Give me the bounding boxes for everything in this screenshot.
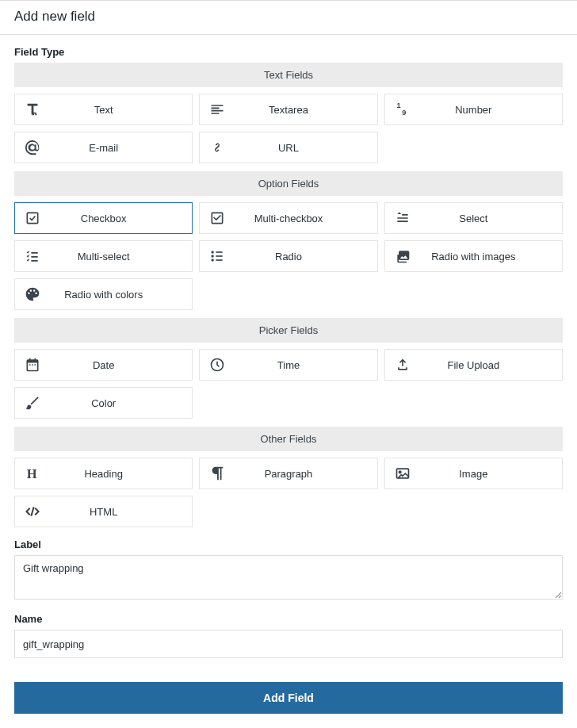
field-label: E-mail — [50, 142, 192, 154]
field-label: Heading — [50, 468, 192, 480]
svg-text:H: H — [27, 466, 37, 481]
font-icon — [15, 101, 50, 118]
add-field-button[interactable]: Add Field — [14, 682, 563, 714]
heading-icon: H — [15, 465, 50, 482]
field-type-textarea[interactable]: Textarea — [199, 94, 377, 125]
group-header-text: Text Fields — [14, 63, 563, 87]
svg-text:1: 1 — [396, 102, 400, 109]
field-label: Number — [420, 104, 562, 116]
field-label: Image — [420, 468, 562, 480]
field-label: File Upload — [420, 359, 562, 371]
field-label: Multi-select — [50, 251, 192, 262]
field-label: HTML — [50, 506, 192, 518]
image-icon — [385, 466, 420, 481]
field-type-color[interactable]: Color — [14, 387, 193, 419]
field-label: Date — [50, 359, 192, 371]
field-label: Checkbox — [50, 213, 192, 224]
svg-text:9: 9 — [402, 109, 406, 117]
label-input[interactable] — [14, 555, 563, 600]
upload-icon — [385, 357, 420, 373]
field-type-select[interactable]: Select — [384, 202, 563, 234]
svg-rect-2 — [27, 213, 37, 223]
field-type-date[interactable]: Date — [14, 349, 193, 381]
field-label: Multi-checkbox — [235, 213, 376, 224]
label-field-label: Label — [14, 538, 563, 550]
field-label: Paragraph — [235, 468, 376, 480]
multi-checkbox-icon — [200, 210, 235, 226]
link-icon — [200, 140, 235, 155]
group-other-grid: H Heading Paragraph Image HTML — [14, 458, 563, 527]
field-type-url[interactable]: URL — [199, 132, 377, 163]
field-label: Select — [420, 213, 562, 224]
field-type-radio-colors[interactable]: Radio with colors — [14, 278, 193, 310]
group-text-grid: Text Textarea 19 Number E-mail URL — [14, 94, 563, 163]
field-type-email[interactable]: E-mail — [14, 132, 193, 163]
field-label: Time — [235, 359, 376, 371]
field-type-radio[interactable]: Radio — [199, 240, 377, 272]
field-type-paragraph[interactable]: Paragraph — [199, 458, 377, 489]
name-input[interactable] — [14, 630, 563, 658]
one-nine-icon: 19 — [385, 102, 420, 117]
multi-select-icon — [15, 248, 50, 264]
images-icon — [385, 248, 420, 264]
field-type-html[interactable]: HTML — [14, 496, 193, 527]
palette-icon — [15, 286, 50, 302]
name-field-label: Name — [14, 613, 563, 625]
svg-point-5 — [212, 259, 214, 261]
field-label: Text — [50, 104, 192, 116]
brush-icon — [15, 395, 50, 411]
group-picker-grid: Date Time File Upload Color — [14, 349, 563, 419]
svg-point-4 — [212, 255, 214, 257]
group-header-picker: Picker Fields — [14, 318, 563, 343]
field-label: Radio with colors — [50, 289, 192, 301]
group-header-other: Other Fields — [14, 427, 563, 451]
field-type-multi-select[interactable]: Multi-select — [14, 240, 193, 272]
field-label: Textarea — [235, 104, 376, 116]
at-icon — [15, 139, 50, 156]
clock-icon — [200, 357, 235, 373]
field-label: URL — [235, 142, 376, 154]
pilcrow-icon — [200, 465, 235, 482]
svg-point-3 — [212, 251, 214, 253]
code-icon — [15, 504, 50, 519]
field-type-file[interactable]: File Upload — [384, 349, 563, 381]
group-option-grid: Checkbox Multi-checkbox Select Multi-sel… — [14, 202, 563, 310]
field-label: Radio with images — [420, 251, 562, 262]
group-header-option: Option Fields — [14, 171, 563, 196]
field-type-image[interactable]: Image — [384, 458, 563, 489]
select-icon — [385, 210, 420, 226]
calendar-icon — [15, 357, 50, 373]
align-left-icon — [200, 102, 235, 117]
field-type-multi-checkbox[interactable]: Multi-checkbox — [199, 202, 377, 234]
field-label: Color — [50, 397, 192, 409]
page-title: Add new field — [0, 1, 577, 34]
field-type-time[interactable]: Time — [199, 349, 377, 381]
radio-list-icon — [200, 248, 235, 264]
field-label: Radio — [235, 251, 376, 262]
field-type-radio-images[interactable]: Radio with images — [384, 240, 563, 272]
field-type-checkbox[interactable]: Checkbox — [14, 202, 193, 234]
field-type-text[interactable]: Text — [14, 94, 193, 125]
field-type-heading[interactable]: H Heading — [14, 458, 193, 489]
checkbox-icon — [15, 210, 50, 226]
field-type-label: Field Type — [14, 46, 563, 58]
field-type-number[interactable]: 19 Number — [384, 94, 563, 125]
svg-point-9 — [399, 471, 401, 473]
